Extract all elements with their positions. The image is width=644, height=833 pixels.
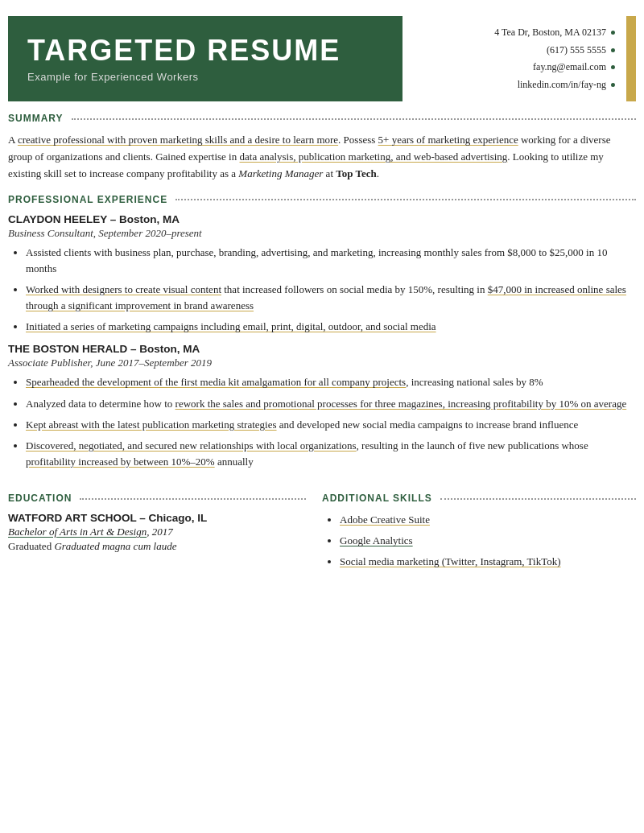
experience-section-header: PROFESSIONAL EXPERIENCE	[8, 194, 636, 205]
skill-item: Social media marketing (Twitter, Instagr…	[340, 555, 561, 567]
education-label: EDUCATION	[8, 493, 80, 504]
skills-list: Adobe Creative Suite Google Analytics So…	[322, 512, 636, 570]
resume-header: TARGETED RESUME Example for Experienced …	[8, 16, 636, 101]
contact-dot	[611, 48, 615, 52]
list-item: Discovered, negotiated, and secured new …	[26, 438, 636, 470]
skills-section-header: ADDITIONAL SKILLS	[322, 493, 636, 504]
summary-highlight-2: 5+ years of marketing experience	[378, 134, 518, 146]
job-2: THE BOSTON HERALD – Boston, MA Associate…	[8, 343, 636, 470]
summary-section-header: SUMMARY	[8, 113, 636, 124]
list-item: Assisted clients with business plan, pur…	[26, 245, 636, 277]
job-1-bullets: Assisted clients with business plan, pur…	[8, 245, 636, 336]
summary-highlight-1: creative professional with proven market…	[18, 134, 338, 146]
bullet-highlight: Initiated a series of marketing campaign…	[26, 320, 436, 332]
graduated-note: Graduated magna cum laude	[54, 540, 176, 552]
summary-body: A creative professional with proven mark…	[8, 132, 636, 182]
header-accent-bar	[626, 16, 636, 101]
skill-item: Adobe Creative Suite	[340, 513, 430, 526]
list-item: Adobe Creative Suite	[340, 512, 636, 528]
contact-address: 4 Tea Dr, Boston, MA 02137	[414, 24, 615, 42]
job-1-company-name: CLAYDON HEELEY	[8, 213, 107, 225]
education-section-header: EDUCATION	[8, 493, 306, 504]
degree-line: Bachelor of Arts in Art & Design, 2017	[8, 526, 306, 538]
summary-label: SUMMARY	[8, 113, 72, 124]
contact-dot	[611, 65, 615, 69]
bottom-section: EDUCATION WATFORD ART SCHOOL – Chicago, …	[8, 481, 636, 575]
job-1-location: Boston, MA	[119, 213, 180, 225]
education-divider	[80, 498, 306, 500]
contact-linkedin-text: linkedin.com/in/fay-ng	[518, 76, 606, 94]
experience-label: PROFESSIONAL EXPERIENCE	[8, 194, 175, 205]
contact-phone-text: (617) 555 5555	[547, 42, 606, 60]
graduated-line: Graduated Graduated magna cum laude	[8, 540, 306, 553]
job-1-company: CLAYDON HEELEY – Boston, MA	[8, 213, 636, 225]
list-item: Spearheaded the development of the first…	[26, 374, 636, 390]
school-name: WATFORD ART SCHOOL – Chicago, IL	[8, 512, 306, 524]
resume-title: TARGETED RESUME	[27, 35, 383, 67]
bullet-highlight: Spearheaded the development of the first…	[26, 376, 406, 388]
list-item: Kept abreast with the latest publication…	[26, 417, 636, 433]
resume-subtitle: Example for Experienced Workers	[27, 71, 383, 83]
bullet-highlight: Discovered, negotiated, and secured new …	[26, 439, 357, 452]
job-2-bullets: Spearheaded the development of the first…	[8, 374, 636, 470]
summary-role: Marketing Manager	[238, 167, 323, 179]
header-title-block: TARGETED RESUME Example for Experienced …	[8, 16, 402, 101]
education-col: EDUCATION WATFORD ART SCHOOL – Chicago, …	[8, 481, 306, 575]
list-item: Google Analytics	[340, 533, 636, 549]
contact-address-text: 4 Tea Dr, Boston, MA 02137	[494, 24, 606, 42]
bullet-highlight: Worked with designers to create visual c…	[26, 283, 221, 295]
contact-linkedin: linkedin.com/in/fay-ng	[414, 76, 615, 94]
list-item: Social media marketing (Twitter, Instagr…	[340, 554, 636, 570]
contact-dot	[611, 31, 615, 35]
job-1: CLAYDON HEELEY – Boston, MA Business Con…	[8, 213, 636, 336]
bullet-highlight: Kept abreast with the latest publication…	[26, 419, 277, 431]
degree-text: Bachelor of Arts in Art & Design	[8, 526, 147, 538]
job-2-title: Associate Publisher, June 2017–September…	[8, 357, 636, 369]
list-item: Analyzed data to determine how to rework…	[26, 396, 636, 412]
contact-dot	[611, 83, 615, 87]
bullet-highlight: profitability increased by between 10%–2…	[26, 456, 215, 468]
job-2-company-name: THE BOSTON HERALD	[8, 343, 127, 355]
summary-highlight-3: data analysis, publication marketing, an…	[240, 151, 508, 163]
job-1-title: Business Consultant, September 2020–pres…	[8, 227, 636, 240]
summary-divider	[72, 118, 636, 120]
summary-company: Top Tech	[336, 167, 376, 179]
contact-email-text: fay.ng@email.com	[533, 59, 606, 76]
job-2-location: Boston, MA	[139, 343, 200, 355]
skill-item: Google Analytics	[340, 534, 413, 546]
contact-phone: (617) 555 5555	[414, 42, 615, 60]
skills-col: ADDITIONAL SKILLS Adobe Creative Suite G…	[322, 481, 636, 575]
contact-info: 4 Tea Dr, Boston, MA 02137 (617) 555 555…	[402, 16, 626, 101]
skills-divider	[440, 498, 636, 500]
list-item: Worked with designers to create visual c…	[26, 282, 636, 314]
job-2-company: THE BOSTON HERALD – Boston, MA	[8, 343, 636, 355]
contact-email: fay.ng@email.com	[414, 59, 615, 76]
bullet-highlight: rework the sales and promotional process…	[175, 398, 627, 410]
experience-divider	[175, 199, 636, 200]
list-item: Initiated a series of marketing campaign…	[26, 319, 636, 335]
skills-label: ADDITIONAL SKILLS	[322, 493, 440, 504]
